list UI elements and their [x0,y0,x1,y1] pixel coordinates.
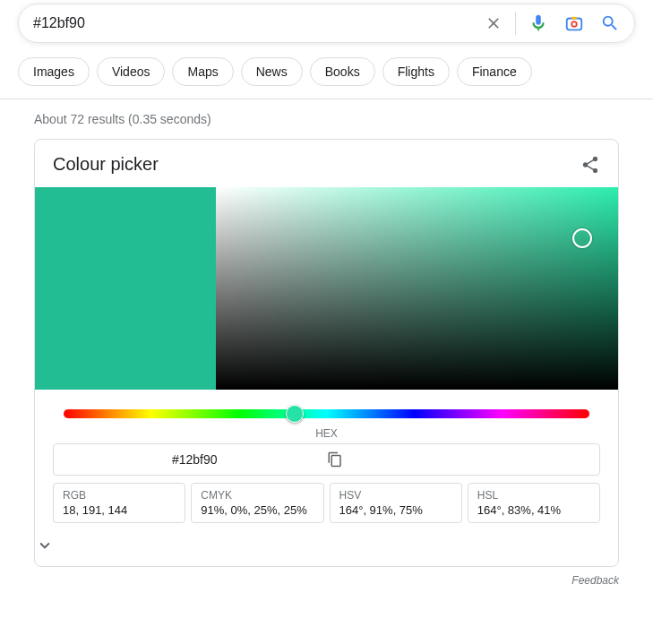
search-input[interactable] [33,15,485,31]
saturation-value-picker[interactable] [216,187,618,390]
card-title: Colour picker [53,154,159,175]
hex-value: #12bf90 [63,452,327,467]
search-icon[interactable] [600,13,620,33]
chip-images[interactable]: Images [18,57,90,86]
hue-thumb[interactable] [286,405,304,423]
chevron-down-icon [35,536,55,555]
search-bar[interactable] [18,4,635,43]
svg-point-1 [571,21,577,27]
hsl-box[interactable]: HSL164°, 83%, 41% [468,483,600,523]
chip-finance[interactable]: Finance [457,57,532,86]
hsv-box[interactable]: HSV164°, 91%, 75% [330,483,462,523]
colour-formats: RGB18, 191, 144 CMYK91%, 0%, 25%, 25% HS… [53,483,600,523]
colour-swatch [35,187,216,390]
clear-icon[interactable] [485,14,503,32]
picker-area [35,187,618,390]
result-stats: About 72 results (0.35 seconds) [0,112,653,139]
feedback-link[interactable]: Feedback [0,574,619,587]
hex-label: HEX [53,427,600,440]
divider [0,99,653,99]
picker-thumb[interactable] [572,228,592,248]
voice-search-icon[interactable] [528,13,548,33]
image-search-icon[interactable] [564,13,584,33]
chip-flights[interactable]: Flights [382,57,450,86]
copy-icon[interactable] [327,451,591,468]
expand-button[interactable] [35,527,618,566]
hue-slider[interactable] [64,409,589,418]
share-icon[interactable] [580,155,600,175]
svg-rect-0 [567,19,582,30]
rgb-box[interactable]: RGB18, 191, 144 [53,483,185,523]
cmyk-box[interactable]: CMYK91%, 0%, 25%, 25% [191,483,323,523]
chip-maps[interactable]: Maps [172,57,233,86]
chip-books[interactable]: Books [310,57,375,86]
divider [515,12,516,35]
chip-videos[interactable]: Videos [97,57,166,86]
colour-picker-card: Colour picker HEX #12bf90 RGB18, 191, 14… [34,139,619,567]
hex-value-box[interactable]: #12bf90 [53,443,600,476]
chip-news[interactable]: News [241,57,303,86]
filter-chips: Images Videos Maps News Books Flights Fi… [0,43,653,99]
svg-rect-2 [571,17,577,20]
